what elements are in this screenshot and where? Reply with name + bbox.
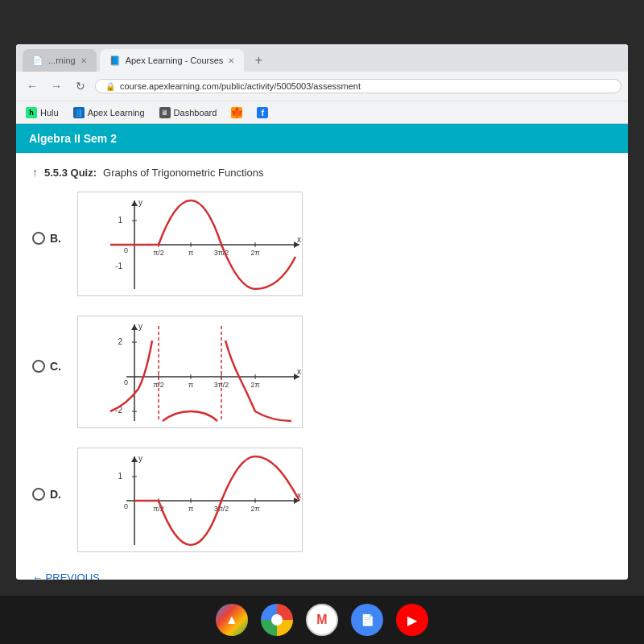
svg-text:y: y [138,454,142,463]
browser-screen: 📄 ...rning ✕ 📘 Apex Learning - Courses ✕… [16,44,628,580]
radio-d[interactable] [32,488,45,501]
address-bar[interactable]: 🔒 course.apexlearning.com/public/activit… [95,79,621,93]
graph-d: 1 π/2 π 3π/2 2π 0 y [77,448,303,552]
bookmark-hulu[interactable]: h Hulu [23,105,62,120]
radio-c[interactable] [32,360,45,373]
tab-label-inactive: ...rning [48,56,76,65]
option-c-container: C. 2 -2 π/2 π [32,316,612,428]
new-tab-button[interactable]: + [247,49,270,72]
dashboard-icon: 🖥 [159,107,171,118]
tab-favicon-inactive: 📄 [32,56,43,66]
svg-text:0: 0 [124,246,128,254]
option-d-container: D. 1 π/2 π 3π/2 [32,448,612,552]
graph-c: 2 -2 π/2 π 3π/2 2π [77,316,303,428]
quiz-title: Graphs of Trigonometric Functions [103,167,263,179]
tab-close-active[interactable]: ✕ [228,56,234,65]
tab-close-inactive[interactable]: ✕ [80,56,87,65]
taskbar: ▲ M 📄 ▶ [0,596,644,644]
svg-text:1: 1 [118,472,122,481]
refresh-button[interactable]: ↻ [71,76,90,96]
bookmark-hulu-label: Hulu [40,108,59,118]
svg-marker-3 [131,200,138,206]
svg-text:x: x [297,235,301,244]
svg-text:2π: 2π [250,381,259,389]
svg-text:π/2: π/2 [153,249,164,257]
quiz-arrow-icon: ↑ [32,166,38,179]
lock-icon: 🔒 [105,82,115,91]
svg-text:2: 2 [118,337,122,346]
gmail-icon[interactable]: M [306,604,338,636]
svg-text:y: y [138,322,142,331]
previous-label: ← PREVIOUS [32,572,100,580]
svg-text:x: x [297,367,301,376]
svg-text:0: 0 [124,378,128,386]
bookmark-apex-label: Apex Learning [88,108,145,118]
svg-text:π: π [188,505,193,513]
tab-active[interactable]: 📘 Apex Learning - Courses ✕ [100,49,245,72]
extra-icon: 🍁 [231,107,242,118]
apex-icon: 📘 [73,107,85,118]
svg-text:y: y [138,198,142,207]
tab-inactive[interactable]: 📄 ...rning ✕ [23,49,97,72]
google-drive-icon[interactable]: ▲ [216,604,248,636]
forward-button[interactable]: → [47,76,66,96]
previous-link[interactable]: ← PREVIOUS [32,572,612,580]
svg-text:2π: 2π [250,505,259,513]
bookmarks-bar: h Hulu 📘 Apex Learning 🖥 Dashboard 🍁 f [16,101,628,123]
svg-marker-42 [131,456,138,462]
chrome-icon[interactable] [261,604,293,636]
bookmark-dashboard-label: Dashboard [174,108,217,118]
youtube-icon[interactable]: ▶ [396,604,428,636]
address-bar-row: ← → ↻ 🔒 course.apexlearning.com/public/a… [16,72,628,101]
quiz-header: ↑ 5.5.3 Quiz: Graphs of Trigonometric Fu… [32,166,612,179]
app-header: Algebra II Sem 2 [16,124,628,153]
content-area: ↑ 5.5.3 Quiz: Graphs of Trigonometric Fu… [16,153,628,580]
svg-text:3π/2: 3π/2 [214,505,229,513]
bookmark-dashboard[interactable]: 🖥 Dashboard [156,105,221,120]
option-b-container: B. 1 -1 [32,192,612,296]
app-title: Algebra II Sem 2 [29,132,117,145]
svg-text:π: π [188,249,193,257]
svg-marker-21 [131,324,138,330]
option-b-label: B. [50,232,61,245]
svg-text:1: 1 [118,216,122,225]
radio-b[interactable] [32,232,45,245]
back-button[interactable]: ← [23,76,42,96]
quiz-section: 5.5.3 Quiz: [44,167,97,179]
svg-text:0: 0 [124,502,128,510]
bookmark-apex[interactable]: 📘 Apex Learning [70,105,148,120]
address-text: course.apexlearning.com/public/activity/… [120,81,361,91]
browser-chrome: 📄 ...rning ✕ 📘 Apex Learning - Courses ✕… [16,44,628,124]
option-c-label: C. [50,360,61,373]
hulu-icon: h [26,107,37,118]
svg-text:-1: -1 [115,262,122,270]
bookmark-extra[interactable]: 🍁 [228,105,246,120]
svg-text:π: π [188,381,193,389]
svg-text:2π: 2π [250,249,259,257]
option-d-label: D. [50,488,61,501]
tab-label-active: Apex Learning - Courses [126,56,224,65]
bookmark-facebook[interactable]: f [254,105,271,120]
docs-icon[interactable]: 📄 [351,604,383,636]
tab-bar: 📄 ...rning ✕ 📘 Apex Learning - Courses ✕… [16,44,628,72]
tab-favicon-active: 📘 [109,56,121,66]
graph-b: 1 -1 π/2 π 3π/2 2π [77,192,303,296]
facebook-icon: f [257,107,268,118]
